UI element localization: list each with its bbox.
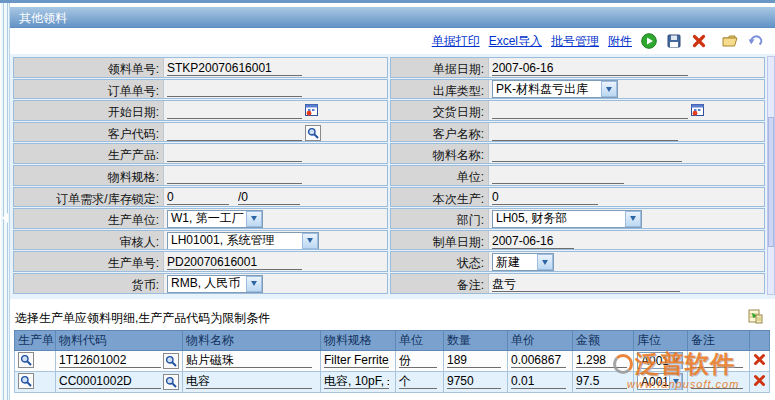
customer-name-input[interactable] (492, 125, 678, 141)
search-icon[interactable] (305, 125, 321, 141)
toolbar: 单据打印 Excel导入 批号管理 附件 (10, 28, 775, 54)
auditor-select[interactable]: LH01001, 系统管理 (167, 232, 319, 250)
form-area: 领料单号: STKP20070616001 订单单号: 开始日期: (10, 54, 775, 299)
search-icon[interactable] (18, 352, 34, 368)
amount-cell[interactable]: 97.5 (576, 374, 627, 389)
unit-cell[interactable]: 份 (399, 353, 437, 368)
department-label: 部门: (391, 209, 489, 228)
create-date-label: 制单日期: (391, 231, 489, 250)
currency-value: RMB, 人民币 (171, 275, 240, 292)
col-material-code: 物料代码 (56, 330, 183, 350)
bin-select[interactable]: A001 (637, 352, 683, 369)
start-date-input[interactable] (167, 103, 302, 119)
currency-label: 货币: (14, 274, 164, 293)
production-product-label: 生产产品: (14, 144, 164, 163)
delete-row-icon[interactable] (753, 355, 766, 369)
table-header-row: 生产单 物料代码 物料名称 物料规格 单位 数量 单价 金额 库位 备注 (15, 330, 770, 350)
currency-select[interactable]: RMB, 人民币 (167, 275, 263, 293)
auditor-label: 审核人: (14, 231, 164, 250)
col-amount: 金额 (573, 330, 634, 350)
production-unit-label: 生产单位: (14, 209, 164, 228)
material-name-cell[interactable]: 电容 (186, 374, 312, 389)
unit-cell[interactable]: 个 (399, 374, 437, 389)
qty-cell[interactable]: 189 (447, 353, 501, 368)
chevron-down-icon[interactable] (246, 211, 262, 227)
qty-cell[interactable]: 9750 (447, 374, 501, 389)
production-unit-value: W1, 第一工厂 (171, 210, 244, 227)
chevron-down-icon[interactable] (601, 81, 617, 97)
chevron-down-icon[interactable] (669, 353, 682, 369)
order-no-input[interactable] (167, 81, 302, 97)
chevron-down-icon[interactable] (302, 233, 318, 249)
unit-input[interactable] (492, 168, 624, 184)
delivery-date-input[interactable] (492, 103, 688, 119)
remark-input[interactable]: 盘亏 (492, 276, 680, 292)
form-scrollbar[interactable] (767, 56, 775, 295)
col-unit: 单位 (396, 330, 444, 350)
run-icon[interactable] (641, 33, 657, 49)
bin-select[interactable]: A001 (637, 373, 683, 390)
folder-icon[interactable] (722, 33, 738, 49)
outbound-type-label: 出库类型: (391, 80, 489, 99)
production-order-no-input[interactable]: PD20070616001 (167, 254, 302, 270)
undo-icon[interactable] (747, 33, 763, 49)
production-product-input[interactable] (167, 146, 302, 162)
form-left-column: 领料单号: STKP20070616001 订单单号: 开始日期: (13, 57, 388, 294)
scrollbar-thumb[interactable] (768, 117, 774, 247)
create-date-input[interactable]: 2007-06-16 (492, 233, 574, 249)
delete-row-icon[interactable] (753, 376, 766, 390)
search-icon[interactable] (18, 373, 34, 389)
remark-cell[interactable] (691, 353, 743, 368)
batch-manage-link[interactable]: 批号管理 (551, 33, 599, 50)
production-unit-select[interactable]: W1, 第一工厂 (167, 210, 263, 228)
form-right-column: 单据日期: 2007-06-16 出库类型: PK-材料盘亏出库 交货日期: (390, 57, 765, 294)
department-select[interactable]: LH05, 财务部 (492, 210, 642, 228)
order-demand-input[interactable]: 0 (167, 189, 229, 205)
chevron-down-icon[interactable] (625, 211, 641, 227)
customer-code-input[interactable] (167, 125, 302, 141)
outbound-type-select[interactable]: PK-材料盘亏出库 (492, 80, 618, 98)
chevron-down-icon[interactable] (669, 374, 682, 390)
document-date-input[interactable]: 2007-06-16 (492, 60, 688, 76)
material-name-cell[interactable]: 贴片磁珠 (186, 353, 312, 368)
spec-cell[interactable]: 电容, 10pF, ± (324, 374, 389, 389)
material-code-input[interactable]: 1T12601002 (59, 353, 161, 368)
calendar-icon[interactable] (305, 103, 318, 119)
current-production-input[interactable]: 0 (492, 189, 598, 205)
material-code-input[interactable]: CC0001002D (59, 374, 161, 389)
save-icon[interactable] (666, 33, 682, 49)
stock-lock-input[interactable]: /0 (238, 189, 300, 205)
material-name-label: 物料名称: (391, 144, 489, 163)
add-detail-icon[interactable] (748, 309, 763, 327)
material-spec-label: 物料规格: (14, 166, 164, 185)
search-icon[interactable] (163, 374, 179, 390)
delete-icon[interactable] (691, 33, 707, 49)
attachment-link[interactable]: 附件 (608, 33, 632, 50)
department-value: LH05, 财务部 (496, 210, 567, 227)
left-splitter[interactable] (0, 3, 10, 400)
remark-cell[interactable] (691, 374, 743, 389)
amount-cell[interactable]: 1.298 (576, 353, 627, 368)
collapse-panel-arrow-icon[interactable] (2, 213, 8, 223)
detail-section: 选择生产单应领料明细,生产产品代码为限制条件 生产单 物料代码 物料名称 物料规… (10, 299, 775, 393)
price-cell[interactable]: 0.01 (511, 374, 566, 389)
outbound-type-value: PK-材料盘亏出库 (496, 81, 588, 98)
col-material-name: 物料名称 (183, 330, 321, 350)
material-spec-input[interactable] (167, 168, 302, 184)
material-name-input[interactable] (492, 146, 682, 162)
status-select[interactable]: 新建 (492, 253, 554, 271)
col-qty: 数量 (444, 330, 508, 350)
chevron-down-icon[interactable] (537, 254, 553, 270)
table-row: CC0001002D 电容 电容, 10pF, ± 个 9750 0.01 97… (15, 371, 770, 392)
excel-import-link[interactable]: Excel导入 (489, 33, 542, 50)
requisition-no-input[interactable]: STKP20070616001 (167, 60, 302, 76)
price-cell[interactable]: 0.006867 (511, 353, 566, 368)
customer-name-label: 客户名称: (391, 123, 489, 142)
spec-cell[interactable]: Filter Ferrite b (324, 353, 389, 368)
calendar-icon[interactable] (691, 103, 704, 119)
col-actions (750, 330, 770, 350)
search-icon[interactable] (163, 353, 179, 369)
print-link[interactable]: 单据打印 (432, 33, 480, 50)
table-row: 1T12601002 贴片磁珠 Filter Ferrite b 份 189 0… (15, 350, 770, 371)
chevron-down-icon[interactable] (246, 276, 262, 292)
